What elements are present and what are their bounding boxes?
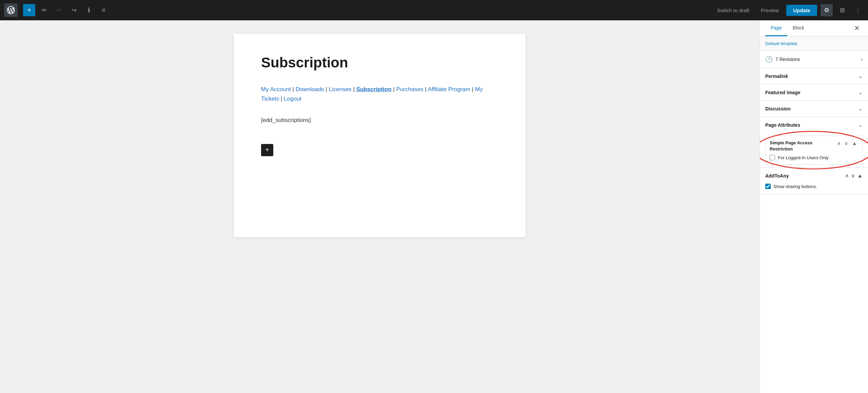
sidebar-scroll: Default template 🕐 7 Revisions › Permali…	[760, 36, 868, 393]
page-attributes-chevron-icon: ⌄	[858, 122, 863, 128]
addtoany-checkbox-row[interactable]: Show sharing buttons.	[765, 184, 863, 189]
discussion-header[interactable]: Discussion ⌄	[760, 101, 868, 117]
layout-button[interactable]: ⊞	[836, 4, 848, 16]
spar-drag-button[interactable]: ▲	[851, 140, 858, 147]
info-icon: ℹ	[88, 6, 90, 14]
spar-title: Simple Page Access Restriction	[770, 140, 833, 152]
tab-page[interactable]: Page	[765, 20, 787, 36]
more-options-button[interactable]: ⋮	[852, 4, 864, 16]
featured-image-header[interactable]: Featured image ⌄	[760, 84, 868, 100]
spar-expand-button[interactable]: ∨	[843, 140, 849, 147]
addtoany-panel: AddToAny ∧ ∨ ▲ Show sharing buttons.	[760, 168, 868, 194]
editor-content: Subscription My Account | Downloads | Li…	[234, 34, 526, 237]
nav-affiliate-program[interactable]: Affiliate Program	[428, 86, 470, 92]
nav-purchases[interactable]: Purchases	[396, 86, 423, 92]
sidebar-partial-section: Default template	[760, 36, 868, 51]
discussion-title: Discussion	[765, 106, 791, 111]
nav-licenses[interactable]: Licenses	[329, 86, 352, 92]
plus-inline-icon: +	[265, 146, 269, 154]
plus-icon: +	[27, 6, 31, 14]
add-block-button[interactable]: +	[23, 4, 35, 16]
revisions-label: 7 Revisions	[775, 57, 800, 62]
spar-checkbox-row[interactable]: For Logged-In Users Only	[770, 155, 858, 160]
settings-button[interactable]: ⚙	[821, 4, 833, 16]
gear-icon: ⚙	[824, 6, 829, 14]
spar-checkbox-label: For Logged-In Users Only	[778, 155, 829, 160]
addtoany-checkbox-label: Show sharing buttons.	[773, 184, 817, 189]
revisions-chevron-icon: ›	[861, 56, 863, 62]
nav-subscription[interactable]: Subscription	[356, 86, 392, 92]
toolbar-right: Switch to draft Preview Update ⚙ ⊞ ⋮	[713, 4, 864, 16]
addtoany-checkbox[interactable]	[765, 184, 771, 189]
spar-panel: Simple Page Access Restriction ∧ ∨ ▲ For…	[765, 136, 863, 165]
discussion-chevron-icon: ⌄	[858, 105, 863, 112]
nav-my-account[interactable]: My Account	[261, 86, 291, 92]
info-button[interactable]: ℹ	[83, 4, 95, 16]
page-attributes-title: Page Attributes	[765, 122, 800, 128]
addtoany-title: AddToAny	[765, 173, 845, 179]
revisions-icon: 🕐	[765, 56, 773, 63]
switch-to-draft-button[interactable]: Switch to draft	[713, 5, 753, 15]
addtoany-controls: ∧ ∨ ▲	[845, 172, 863, 179]
spar-collapse-button[interactable]: ∧	[836, 140, 842, 147]
spar-section: Simple Page Access Restriction ∧ ∨ ▲ For…	[760, 136, 868, 165]
preview-button[interactable]: Preview	[757, 5, 783, 15]
addtoany-header[interactable]: AddToAny ∧ ∨ ▲	[760, 168, 868, 184]
spar-checkbox[interactable]	[770, 155, 775, 160]
featured-image-title: Featured image	[765, 90, 800, 95]
nav-links: My Account | Downloads | Licenses | Subs…	[261, 85, 498, 103]
partial-label: Default template	[765, 41, 797, 46]
permalink-chevron-icon: ⌄	[858, 73, 863, 79]
page-attributes-panel: Page Attributes ⌄ Simple Page Access Res…	[760, 117, 868, 168]
sidebar-close-button[interactable]: ✕	[851, 20, 863, 36]
layout-icon: ⊞	[840, 6, 845, 14]
redo-icon: ↪	[72, 6, 77, 14]
revisions-row[interactable]: 🕐 7 Revisions ›	[760, 51, 868, 68]
ellipsis-icon: ⋮	[855, 6, 861, 14]
undo-button[interactable]: ↩	[53, 4, 65, 16]
permalink-panel: Permalink ⌄	[760, 68, 868, 84]
main-layout: Subscription My Account | Downloads | Li…	[0, 20, 868, 393]
shortcode-block: [edd_subscriptions]	[261, 117, 498, 124]
featured-image-panel: Featured image ⌄	[760, 84, 868, 101]
redo-button[interactable]: ↪	[68, 4, 80, 16]
sidebar-tabs: Page Block ✕	[760, 20, 868, 36]
undo-icon: ↩	[57, 6, 62, 14]
edit-button[interactable]: ✏	[38, 4, 50, 16]
nav-downloads[interactable]: Downloads	[296, 86, 324, 92]
toolbar: + ✏ ↩ ↪ ℹ ≡ Switch to draft Preview Upda…	[0, 0, 868, 20]
close-icon: ✕	[854, 24, 860, 32]
list-view-button[interactable]: ≡	[98, 4, 110, 16]
nav-logout[interactable]: Logout	[284, 96, 301, 102]
addtoany-drag-button[interactable]: ▲	[857, 172, 863, 179]
page-title: Subscription	[261, 54, 498, 71]
featured-image-chevron-icon: ⌄	[858, 89, 863, 96]
spar-controls: ∧ ∨ ▲	[836, 140, 858, 147]
addtoany-expand-button[interactable]: ∨	[851, 172, 855, 179]
tab-block[interactable]: Block	[787, 20, 810, 36]
list-icon: ≡	[102, 7, 106, 14]
permalink-header[interactable]: Permalink ⌄	[760, 68, 868, 84]
update-button[interactable]: Update	[786, 5, 817, 16]
spar-header: Simple Page Access Restriction ∧ ∨ ▲	[766, 136, 862, 155]
permalink-title: Permalink	[765, 74, 788, 79]
discussion-panel: Discussion ⌄	[760, 101, 868, 117]
sidebar: Page Block ✕ Default template 🕐 7 Revisi…	[760, 20, 868, 393]
spar-body: For Logged-In Users Only	[766, 155, 862, 164]
wp-logo	[4, 3, 18, 17]
page-attributes-header[interactable]: Page Attributes ⌄	[760, 117, 868, 133]
editor-area: Subscription My Account | Downloads | Li…	[0, 20, 760, 393]
pencil-icon: ✏	[42, 6, 47, 14]
add-block-inline-button[interactable]: +	[261, 144, 273, 156]
addtoany-body: Show sharing buttons.	[760, 184, 868, 194]
addtoany-collapse-button[interactable]: ∧	[845, 172, 849, 179]
